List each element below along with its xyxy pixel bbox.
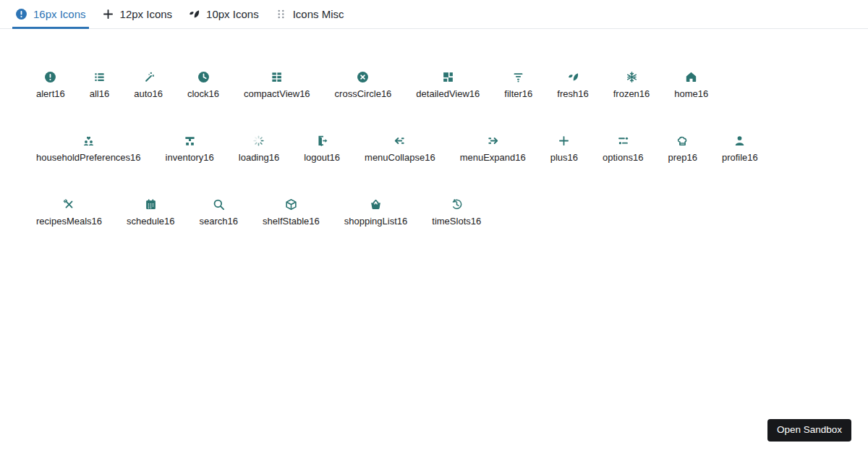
icon-label: detailedView16	[416, 89, 480, 98]
icon-item-frozen16: frozen16	[613, 70, 650, 98]
icon-label: prep16	[668, 153, 697, 162]
icon-label: options16	[603, 153, 643, 162]
icon-item-crossCircle16: crossCircle16	[335, 70, 392, 98]
magic-wand-icon	[142, 70, 155, 83]
icon-item-schedule16: schedule16	[127, 198, 175, 226]
cube-icon	[284, 198, 297, 211]
plus-icon	[558, 134, 571, 147]
icon-label: fresh16	[557, 89, 588, 98]
icon-item-profile16: profile16	[722, 134, 758, 162]
leaf-icon	[566, 70, 579, 83]
icon-label: all16	[90, 89, 109, 98]
tab-label: 10px Icons	[206, 8, 259, 20]
icon-label: loading16	[239, 153, 279, 162]
icon-label: schedule16	[127, 216, 175, 226]
arrow-left-lines-icon	[393, 134, 407, 147]
icon-label: shoppingList16	[344, 216, 407, 226]
tab-16px-icons[interactable]: 16px Icons	[14, 0, 88, 28]
compact-view-icon	[271, 70, 284, 83]
icon-label: frozen16	[613, 89, 650, 98]
family-heart-icon	[82, 134, 95, 147]
icon-item-menuExpand16: menuExpand16	[460, 134, 526, 162]
icon-label: search16	[200, 216, 238, 226]
icon-label: alert16	[36, 89, 65, 98]
alert-icon	[15, 8, 27, 20]
snowflake-icon	[625, 70, 638, 83]
hierarchy-icon	[183, 134, 196, 147]
icon-label: filter16	[504, 89, 532, 98]
tab-bar: 16px Icons 12px Icons 10px Icons Icons M…	[0, 0, 868, 29]
spinner-icon	[252, 134, 265, 147]
utensils-icon	[63, 198, 76, 211]
chef-hat-icon	[676, 134, 689, 147]
icon-item-householdPreferences16: householdPreferences16	[36, 134, 141, 162]
icon-item-shelfStable16: shelfStable16	[263, 198, 320, 226]
filter-icon	[512, 70, 525, 83]
icon-item-search16: search16	[200, 198, 238, 226]
icon-item-alert16: alert16	[36, 70, 65, 98]
icon-item-clock16: clock16	[187, 70, 219, 98]
icon-label: auto16	[134, 89, 163, 98]
icon-label: home16	[674, 89, 708, 98]
tab-10px-icons[interactable]: 10px Icons	[187, 0, 260, 28]
icon-item-plus16: plus16	[550, 134, 578, 162]
detailed-view-icon	[441, 70, 454, 83]
icon-label: shelfStable16	[263, 216, 320, 226]
open-sandbox-button[interactable]: Open Sandbox	[767, 419, 851, 442]
icon-item-loading16: loading16	[239, 134, 279, 162]
icon-label: compactView16	[244, 89, 310, 98]
tab-icons-misc[interactable]: Icons Misc	[273, 0, 346, 28]
tab-12px-icons[interactable]: 12px Icons	[101, 0, 174, 28]
icon-label: logout16	[304, 153, 340, 162]
icon-label: menuExpand16	[460, 153, 526, 162]
icon-label: menuCollapse16	[365, 153, 435, 162]
plus-icon	[102, 8, 114, 20]
icon-grid: alert16all16auto16clock16compactView16cr…	[0, 29, 868, 261]
sliders-icon	[616, 134, 629, 147]
icon-item-home16: home16	[674, 70, 708, 98]
cross-circle-icon	[357, 70, 370, 83]
icon-item-shoppingList16: shoppingList16	[344, 198, 407, 226]
icon-label: clock16	[187, 89, 219, 98]
magnifier-icon	[212, 198, 225, 211]
tab-label: 12px Icons	[120, 8, 173, 20]
home-icon	[685, 70, 698, 83]
icon-label: recipesMeals16	[36, 216, 102, 226]
person-icon	[733, 134, 746, 147]
icon-item-menuCollapse16: menuCollapse16	[365, 134, 435, 162]
grid-dots-icon	[275, 8, 287, 20]
icon-item-recipesMeals16: recipesMeals16	[36, 198, 102, 226]
icon-item-timeSlots16: timeSlots16	[432, 198, 481, 226]
icon-label: timeSlots16	[432, 216, 481, 226]
icon-label: householdPreferences16	[36, 153, 141, 162]
arrow-right-lines-icon	[486, 134, 499, 147]
icon-item-options16: options16	[603, 134, 643, 162]
clock-icon	[197, 70, 210, 83]
tab-label: Icons Misc	[293, 8, 344, 20]
door-arrow-icon	[315, 134, 328, 147]
icon-item-filter16: filter16	[504, 70, 532, 98]
leaf-icon	[188, 8, 200, 20]
icon-item-fresh16: fresh16	[557, 70, 588, 98]
basket-icon	[370, 198, 383, 211]
icon-label: inventory16	[166, 153, 214, 162]
icon-item-logout16: logout16	[304, 134, 340, 162]
list-icon	[93, 70, 106, 83]
icon-label: plus16	[550, 153, 578, 162]
icon-item-auto16: auto16	[134, 70, 163, 98]
icon-label: profile16	[722, 153, 758, 162]
calendar-icon	[144, 198, 157, 211]
icon-item-all16: all16	[90, 70, 109, 98]
icon-item-compactView16: compactView16	[244, 70, 310, 98]
icon-item-prep16: prep16	[668, 134, 697, 162]
alert-icon	[44, 70, 57, 83]
icon-item-inventory16: inventory16	[166, 134, 214, 162]
icon-label: crossCircle16	[335, 89, 392, 98]
tab-label: 16px Icons	[33, 8, 86, 20]
clock-history-icon	[450, 198, 463, 211]
icon-item-detailedView16: detailedView16	[416, 70, 480, 98]
